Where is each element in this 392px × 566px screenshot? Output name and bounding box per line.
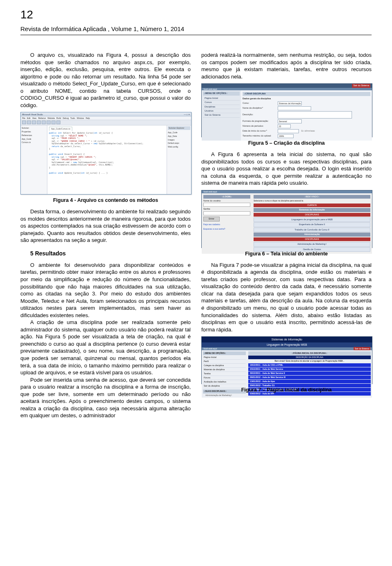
ide-editor[interactable]: App_Code/Cursos.cs public int Select_For… xyxy=(47,125,167,194)
pass-input[interactable] xyxy=(203,211,250,215)
toolbar-btn[interactable] xyxy=(27,121,31,124)
desc-textarea[interactable] xyxy=(278,111,352,119)
toolbar-btn[interactable] xyxy=(47,121,51,124)
agenda-date[interactable]: 30/12/2011 - Aula de Web Service II xyxy=(248,371,371,375)
solution-item[interactable]: Default.aspx xyxy=(168,141,190,145)
agenda-date[interactable]: 06/01/2012 - Aula de Web Service III xyxy=(248,376,371,379)
ide-menu-help[interactable]: Help xyxy=(86,117,90,120)
agenda-date[interactable]: 13/01/2012 - Aula de Ajax xyxy=(248,380,371,383)
ide-menu-tools[interactable]: Tools xyxy=(70,117,75,120)
sidebar-item[interactable]: Sair da disciplina xyxy=(203,384,246,388)
fig7-title: Sistemas de Informação xyxy=(202,337,372,342)
forgot-link[interactable]: Esqueceu a sua senha? xyxy=(203,228,250,230)
toolbar-btn[interactable] xyxy=(42,121,46,124)
curso-select[interactable]: Sistemas da Informação xyxy=(278,101,302,105)
main-header: ::PÁGINA INICIAL DA DISCIPLINA:: xyxy=(248,351,371,355)
solution-item[interactable]: Web.config xyxy=(168,145,190,149)
left-p5: Pode ser inserida uma senha de acesso, q… xyxy=(20,376,191,419)
form-subheader: Dados gerais da disciplina xyxy=(243,97,370,100)
ide-menu-view[interactable]: View xyxy=(32,117,37,120)
ide-menu-build[interactable]: Build xyxy=(56,117,61,120)
sidebar-item[interactable]: Página Inicial xyxy=(203,356,246,360)
formato-select[interactable]: Semanal xyxy=(278,119,302,123)
logout-button[interactable]: Sair do Sistema xyxy=(352,84,370,87)
sidebar-item[interactable]: Usuários xyxy=(203,109,240,113)
discipline-link[interactable]: Trabalho de Conclusão de Curso II xyxy=(254,228,370,232)
sidebar-item[interactable]: Perfil xyxy=(203,360,246,364)
pass-label: Senha: xyxy=(203,208,250,210)
figure-5-caption: Figura 5 – Criação da disciplina xyxy=(201,140,372,147)
agenda-date[interactable]: 23/12/2011 - Aula de Web Service xyxy=(248,367,371,371)
fig5-sidebar: ::MENU DE OPÇÕES:: Página Inicial Cursos… xyxy=(202,90,241,141)
user-input[interactable] xyxy=(203,203,250,207)
left-p1: O arquivo cs, visualizado na Figura 4, p… xyxy=(20,51,191,109)
left-p3: O ambiente foi desenvolvido para disponi… xyxy=(20,262,191,319)
discipline-link[interactable]: Administração de Marketing I xyxy=(254,242,370,246)
toolbar-btn[interactable] xyxy=(51,121,56,124)
right-column: poderá realizá-la normalmente, sem nenhu… xyxy=(201,51,372,419)
breadcrumb-text: Você está aqui: xyxy=(203,347,217,350)
sidebar-item[interactable]: Fóruns xyxy=(203,376,246,380)
sidebar-header: ::MENU DE OPÇÕES:: xyxy=(203,92,240,95)
discipline-link[interactable]: Linguagens de programação para a WEB xyxy=(254,217,370,222)
nome-label: Nome da disciplina:* xyxy=(243,107,275,110)
agenda-date[interactable]: 18/12/2011 - Aula de CSS e HTML xyxy=(248,363,371,367)
sidebar-item[interactable]: Disciplinas xyxy=(203,105,240,109)
solution-item[interactable]: Images xyxy=(168,138,190,142)
numper-select[interactable]: 22 xyxy=(278,124,291,128)
journal-header: Revista de Informática Aplicada , Volume… xyxy=(20,25,372,32)
left-p4: A criação de uma disciplina pode ser rea… xyxy=(20,319,191,376)
ide-menu-file[interactable]: File xyxy=(22,117,25,120)
fig7-app: Sistemas de Informação Linguagem de Prog… xyxy=(201,336,372,384)
cursos-header: CURSOS xyxy=(254,204,370,207)
fig7-subtitle: Linguagem de Programação WEB xyxy=(202,342,372,348)
tammax-select[interactable]: 16Mb xyxy=(278,134,294,138)
login-header: ::LOGIN:: xyxy=(203,195,250,199)
datainicio-input[interactable] xyxy=(278,129,299,133)
tree-node[interactable]: Properties xyxy=(22,130,46,134)
toolbar-btn[interactable] xyxy=(37,121,41,124)
right-p2: A Figura 6 apresenta a tela inicial do s… xyxy=(201,151,372,187)
ide-menu-website[interactable]: Website xyxy=(47,117,55,120)
figure-4-caption: Figura 4 - Arquivo cs contendo os método… xyxy=(20,197,191,204)
toolbar-btn[interactable] xyxy=(22,121,26,124)
desc-header: DESCRIÇÃO DA DISCIPLINA xyxy=(248,356,371,359)
page-number: 12 xyxy=(20,8,372,21)
section-5-heading: 5 Resultados xyxy=(20,250,191,257)
datainicio-label: Data de início do curso:* xyxy=(243,130,275,132)
sidebar-item[interactable]: Cursos xyxy=(203,101,240,105)
ide-menu-edit[interactable]: Edit xyxy=(27,117,31,120)
tree-node[interactable]: App_Code xyxy=(22,137,46,141)
sidebar-item[interactable]: Tarefas xyxy=(203,372,246,376)
toolbar-btn[interactable] xyxy=(32,121,36,124)
sidebar-item[interactable]: Colegas na disciplina xyxy=(203,364,246,368)
fig7-sidebar: ::MENU DE OPÇÕES:: Página Inicial Perfil… xyxy=(202,350,247,398)
register-link[interactable]: Faça seu cadastro xyxy=(203,223,250,226)
ide-menu-refactor[interactable]: Refactor xyxy=(38,117,46,120)
tree-node[interactable]: References xyxy=(22,134,46,137)
discipline-link[interactable]: Engenharia de Software II xyxy=(254,222,370,227)
ide-mock: Microsoft Visual Studio— □ ✕ File Edit V… xyxy=(20,112,192,195)
sidebar-item[interactable]: Página Inicial xyxy=(203,96,240,101)
toolbar-btn[interactable] xyxy=(56,121,60,124)
tree-node[interactable]: Solution xyxy=(22,126,46,130)
editor-tab[interactable]: App_Code/Cursos.cs xyxy=(49,127,72,131)
solution-item[interactable]: App_Data xyxy=(168,134,190,138)
solution-item[interactable]: App_Code xyxy=(168,131,190,134)
sidebar-header: ::MENU DE OPÇÕES:: xyxy=(203,351,246,355)
fig5-main: ::CRIAR DISCIPLINA Dados gerais da disci… xyxy=(241,90,372,141)
ide-menu-debug[interactable]: Debug xyxy=(62,117,69,120)
tree-node[interactable]: Cursos.cs xyxy=(22,141,46,144)
sidebar-discipline[interactable]: Administração de Marketing I xyxy=(203,394,246,397)
sidebar-item[interactable]: Avaliação dos trabalhos xyxy=(203,380,246,384)
ide-menu-window[interactable]: Window xyxy=(77,117,84,120)
sidebar-item[interactable]: Sair do Sistema xyxy=(203,113,240,117)
ide-titlebar: Microsoft Visual Studio— □ ✕ xyxy=(21,112,191,116)
sidebar-item[interactable]: Materiais da disciplina xyxy=(203,368,246,372)
ide-left-pane: Solution Properties References App_Code … xyxy=(21,125,47,194)
login-button[interactable]: Entrar xyxy=(203,217,220,221)
desc-label: Descrição: xyxy=(243,113,275,116)
code-block: public int Select_For_Update_Curso(int i… xyxy=(49,132,165,174)
nome-input[interactable] xyxy=(278,106,311,110)
user-label: Nome do usuário: xyxy=(203,199,250,202)
